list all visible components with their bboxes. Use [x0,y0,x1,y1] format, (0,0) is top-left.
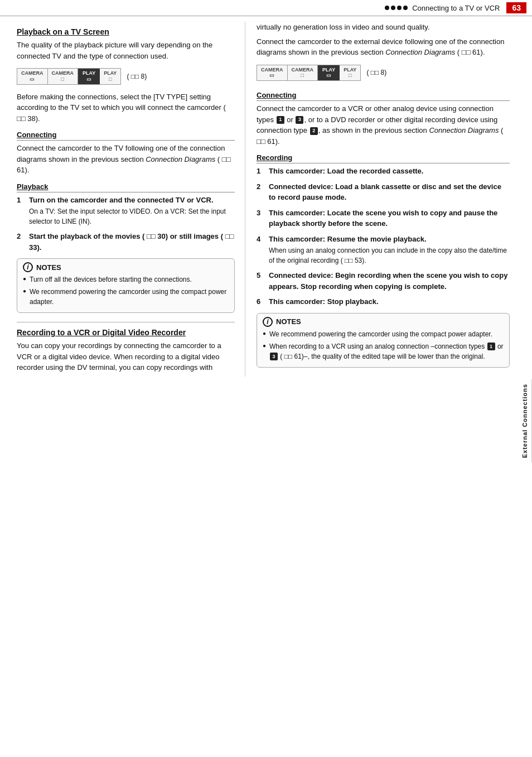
notes-header-right: i NOTES [263,317,504,327]
dot-1 [385,6,389,10]
camera2-btn: CAMERA □ [48,69,79,84]
camera2-icon: □ [52,76,74,83]
recording-subtitle-right: Recording [257,153,510,163]
conn-type-1: 1 [277,116,284,124]
rec-step-2: 2 Connected device: Load a blank cassett… [257,181,510,203]
rec-step-3-bold: This camcorder: Locate the scene you wis… [269,209,497,228]
step-1-text: Turn on the camcorder and the connected … [29,195,235,227]
info-icon-right: i [263,317,273,327]
r-camera2-label: CAMERA [292,67,314,73]
mode-bar-2: CAMERA ▭ CAMERA □ PLAY ▭ PLAY □ [257,65,361,81]
mode-bar-1: CAMERA ▭ CAMERA □ PLAY ▭ PLAY □ [17,68,121,85]
conn-type-2: 2 [310,127,318,135]
rec-step-3-text: This camcorder: Locate the scene you wis… [269,208,510,229]
left-column: Playback on a TV Screen The quality of t… [0,22,245,377]
info-icon-left: i [23,262,33,272]
divider-left [17,322,235,322]
connecting-subtitle-right: Connecting [257,91,510,101]
dot-2 [391,6,395,10]
connecting-text-right: Connect the camcorder to a VCR or other … [257,103,510,147]
r-play2-label: PLAY [344,67,356,73]
page-header: Connecting to a TV or VCR 63 [0,0,532,16]
r-play2-icon: □ [344,73,356,79]
conn-type-3: 3 [296,116,303,124]
mode-bar-container-1: CAMERA ▭ CAMERA □ PLAY ▭ PLAY □ ( □□ 8) [17,65,235,88]
rec-step-2-bold: Connected device: Load a blank cassette … [269,182,501,202]
r-play-active-label: PLAY [322,67,335,73]
rec-step-5-bold: Connected device: Begin recording when t… [269,271,507,291]
notes-label-left: NOTES [36,263,61,272]
note-left-2: We recommend powering the camcorder usin… [23,287,229,307]
camera2-label: CAMERA [52,70,74,76]
step-1-sub: On a TV: Set the input selector to VIDEO… [29,206,235,226]
mode-bar-ref-2: ( □□ 8) [366,69,386,76]
mode-bar-container-2: CAMERA ▭ CAMERA □ PLAY ▭ PLAY □ ( □□ 8) [257,61,510,85]
sidebar-external-connections: External Connections [520,379,532,462]
r-camera1-icon: ▭ [261,73,283,79]
header-title: Connecting to a TV or VCR [412,4,500,12]
rec-step-6: 6 This camcorder: Stop playback. [257,296,510,307]
recording-vcr-title: Recording to a VCR or Digital Video Reco… [17,328,235,337]
note-right-2: When recording to a VCR using an analog … [263,341,504,361]
playback-tv-title: Playback on a TV Screen [17,27,235,36]
intro-continued: virtually no generation loss in video an… [257,22,510,33]
rec-step-4-text: This camcorder: Resume the movie playbac… [269,234,510,266]
step-1-num: 1 [17,195,25,227]
rec-step-6-bold: This camcorder: Stop playback. [269,297,379,306]
rec-step-4-sub: When using an analog connection you can … [269,245,510,266]
playback-subtitle: Playback [17,182,235,192]
conn-type-note-3: 3 [270,353,278,360]
r-camera1-btn: CAMERA ▭ [257,65,288,81]
rec-step-1: 1 This camcorder: Load the recorded cass… [257,166,510,177]
r-camera1-label: CAMERA [261,67,283,73]
play-active-icon: ▭ [83,76,95,83]
main-content: Playback on a TV Screen The quality of t… [0,16,532,377]
playback-steps: 1 Turn on the camcorder and the connecte… [17,195,235,253]
rec-step-3: 3 This camcorder: Locate the scene you w… [257,208,510,229]
notes-label-right: NOTES [276,317,301,326]
camera1-label: CAMERA [21,70,43,76]
rec-step-5: 5 Connected device: Begin recording when… [257,270,510,292]
mode-bar-ref-1: ( □□ 8) [127,73,147,80]
rec-step-5-text: Connected device: Begin recording when t… [269,270,510,292]
page-number: 63 [506,2,526,13]
rec-step-6-num: 6 [257,296,264,307]
rec-step-3-num: 3 [257,208,264,229]
conn-type-note-1: 1 [487,343,495,350]
recording-vcr-intro: You can copy your recordings by connecti… [17,340,235,373]
r-play-active-btn: PLAY ▭ [318,65,340,81]
connecting-text-left: Connect the camcorder to the TV followin… [17,143,235,176]
play-active-label: PLAY [83,70,95,76]
note-right-1: We recommend powering the camcorder usin… [263,329,504,339]
rec-step-1-num: 1 [257,166,264,177]
dot-4 [403,6,408,10]
notes-header-left: i NOTES [23,262,229,272]
play2-btn: PLAY □ [100,69,120,84]
step-1-bold: Turn on the camcorder and the connected … [29,196,214,204]
play-active-btn: PLAY ▭ [78,69,100,84]
right-column: virtually no generation loss in video an… [245,22,532,377]
camera1-icon: ▭ [21,76,43,83]
step-2-num: 2 [17,231,25,253]
play2-icon: □ [104,76,117,83]
notes-box-right: i NOTES We recommend powering the camcor… [257,313,510,368]
step-2-text: Start the playback of the movies ( □□ 30… [29,231,235,253]
r-camera2-btn: CAMERA □ [288,65,318,81]
step-2: 2 Start the playback of the movies ( □□ … [17,231,235,253]
rec-step-1-bold: This camcorder: Load the recorded casset… [269,167,423,175]
connect-paragraph: Connect the camcorder to the external de… [257,36,510,58]
rec-step-6-text: This camcorder: Stop playback. [269,296,510,307]
rec-step-2-num: 2 [257,181,264,203]
r-play2-btn: PLAY □ [340,65,360,81]
recording-steps: 1 This camcorder: Load the recorded cass… [257,166,510,307]
header-dots [385,6,408,10]
r-camera2-icon: □ [292,73,314,79]
rec-step-4-bold: This camcorder: Resume the movie playbac… [269,235,427,243]
section-intro: The quality of the playback picture will… [17,40,235,61]
note-left-1: Turn off all the devices before starting… [23,274,229,285]
dot-3 [397,6,402,10]
r-play-active-icon: ▭ [322,73,335,79]
play2-label: PLAY [104,70,117,76]
rec-step-4: 4 This camcorder: Resume the movie playb… [257,234,510,266]
step-2-bold: Start the playback of the movies ( □□ 30… [29,232,234,252]
